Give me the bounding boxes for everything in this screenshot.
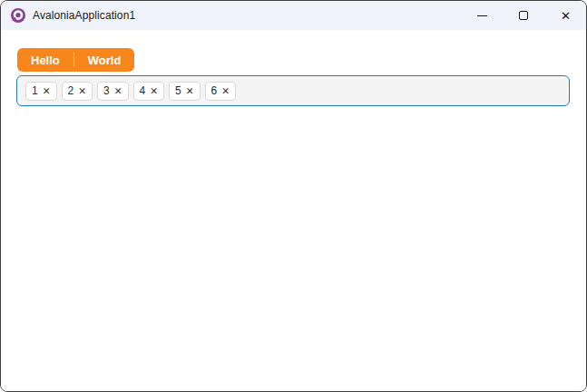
tag-chip-3: 3 ✕	[97, 82, 129, 101]
tag-chip-1: 1 ✕	[25, 82, 57, 101]
avalonia-logo-icon	[11, 8, 25, 23]
tag-chip-label: 2	[68, 85, 74, 96]
window-controls: ✕	[461, 1, 586, 30]
tag-remove-button[interactable]: ✕	[221, 86, 230, 96]
app-window: AvaloniaApplication1 ✕ Hello World 1 ✕	[0, 0, 587, 392]
tag-remove-button[interactable]: ✕	[150, 86, 158, 96]
title-bar[interactable]: AvaloniaApplication1 ✕	[1, 1, 586, 30]
tag-chip-6: 6 ✕	[205, 82, 237, 101]
tag-chip-label: 5	[175, 85, 181, 96]
close-button[interactable]: ✕	[544, 1, 586, 30]
window-title: AvaloniaApplication1	[33, 9, 461, 22]
minimize-icon	[477, 15, 487, 16]
tag-remove-button[interactable]: ✕	[114, 86, 122, 96]
maximize-icon	[519, 11, 528, 20]
tab-world[interactable]: World	[74, 48, 135, 72]
tab-strip: Hello World	[17, 48, 134, 72]
window-content: Hello World 1 ✕ 2 ✕ 3 ✕ 4 ✕ 5 ✕	[1, 30, 586, 391]
tag-chip-label: 1	[32, 85, 38, 96]
maximize-button[interactable]	[503, 1, 544, 30]
close-icon: ✕	[560, 10, 570, 22]
tag-chip-label: 3	[103, 85, 110, 96]
tag-chip-label: 6	[211, 85, 218, 96]
tag-chip-2: 2 ✕	[62, 82, 93, 101]
tags-input[interactable]: 1 ✕ 2 ✕ 3 ✕ 4 ✕ 5 ✕ 6 ✕	[16, 75, 570, 106]
minimize-button[interactable]	[461, 1, 503, 30]
tag-chip-label: 4	[140, 85, 146, 96]
tag-remove-button[interactable]: ✕	[78, 86, 86, 96]
tab-hello[interactable]: Hello	[17, 48, 73, 72]
tag-chip-5: 5 ✕	[169, 82, 201, 101]
tag-remove-button[interactable]: ✕	[186, 86, 194, 96]
tag-remove-button[interactable]: ✕	[43, 86, 51, 96]
tag-chip-4: 4 ✕	[133, 82, 165, 101]
